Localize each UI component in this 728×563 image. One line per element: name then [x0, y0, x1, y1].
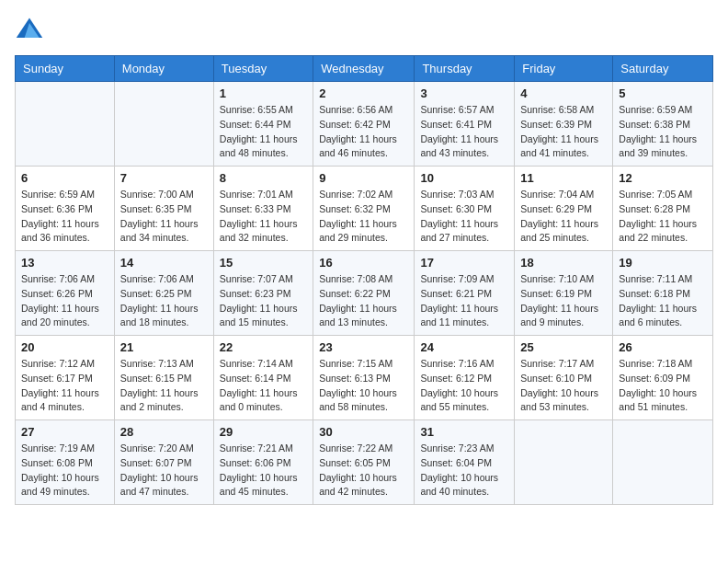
calendar-cell — [515, 420, 613, 505]
day-number: 30 — [319, 425, 408, 439]
calendar-week-row: 1Sunrise: 6:55 AMSunset: 6:44 PMDaylight… — [16, 82, 713, 167]
calendar-cell: 21Sunrise: 7:13 AMSunset: 6:15 PMDayligh… — [114, 336, 213, 420]
day-info: Sunrise: 7:14 AMSunset: 6:14 PMDaylight:… — [220, 357, 307, 415]
day-info: Sunrise: 7:13 AMSunset: 6:15 PMDaylight:… — [120, 357, 208, 415]
calendar-cell: 5Sunrise: 6:59 AMSunset: 6:38 PMDaylight… — [613, 82, 713, 167]
calendar-cell: 24Sunrise: 7:16 AMSunset: 6:12 PMDayligh… — [415, 336, 515, 420]
day-info: Sunrise: 7:06 AMSunset: 6:25 PMDaylight:… — [120, 272, 208, 330]
weekday-header-thursday: Thursday — [415, 56, 515, 82]
calendar-cell: 20Sunrise: 7:12 AMSunset: 6:17 PMDayligh… — [16, 336, 115, 420]
day-number: 10 — [420, 171, 508, 185]
calendar-cell: 1Sunrise: 6:55 AMSunset: 6:44 PMDaylight… — [213, 82, 313, 167]
calendar-cell: 23Sunrise: 7:15 AMSunset: 6:13 PMDayligh… — [313, 336, 415, 420]
calendar-cell: 15Sunrise: 7:07 AMSunset: 6:23 PMDayligh… — [213, 251, 313, 336]
calendar-cell: 17Sunrise: 7:09 AMSunset: 6:21 PMDayligh… — [415, 251, 515, 336]
day-info: Sunrise: 7:05 AMSunset: 6:28 PMDaylight:… — [619, 188, 707, 246]
day-info: Sunrise: 7:16 AMSunset: 6:12 PMDaylight:… — [420, 357, 508, 415]
day-info: Sunrise: 7:18 AMSunset: 6:09 PMDaylight:… — [619, 357, 707, 415]
day-number: 29 — [220, 425, 307, 439]
day-info: Sunrise: 7:00 AMSunset: 6:35 PMDaylight:… — [120, 188, 208, 246]
day-info: Sunrise: 7:17 AMSunset: 6:10 PMDaylight:… — [520, 357, 607, 415]
day-info: Sunrise: 7:22 AMSunset: 6:05 PMDaylight:… — [319, 442, 408, 500]
calendar-cell — [613, 420, 713, 505]
calendar-cell: 28Sunrise: 7:20 AMSunset: 6:07 PMDayligh… — [114, 420, 213, 505]
day-number: 23 — [319, 340, 408, 354]
day-info: Sunrise: 7:01 AMSunset: 6:33 PMDaylight:… — [220, 188, 307, 246]
day-number: 8 — [220, 171, 307, 185]
calendar-cell: 22Sunrise: 7:14 AMSunset: 6:14 PMDayligh… — [213, 336, 313, 420]
calendar-cell: 3Sunrise: 6:57 AMSunset: 6:41 PMDaylight… — [415, 82, 515, 167]
calendar-cell: 31Sunrise: 7:23 AMSunset: 6:04 PMDayligh… — [415, 420, 515, 505]
calendar-cell: 12Sunrise: 7:05 AMSunset: 6:28 PMDayligh… — [613, 167, 713, 251]
day-info: Sunrise: 6:57 AMSunset: 6:41 PMDaylight:… — [420, 103, 508, 161]
day-info: Sunrise: 7:09 AMSunset: 6:21 PMDaylight:… — [420, 272, 508, 330]
day-number: 11 — [520, 171, 607, 185]
logo-icon — [15, 15, 44, 44]
day-info: Sunrise: 7:06 AMSunset: 6:26 PMDaylight:… — [21, 272, 108, 330]
calendar-cell: 6Sunrise: 6:59 AMSunset: 6:36 PMDaylight… — [16, 167, 115, 251]
weekday-header-monday: Monday — [114, 56, 213, 82]
day-info: Sunrise: 7:12 AMSunset: 6:17 PMDaylight:… — [21, 357, 108, 415]
day-info: Sunrise: 6:56 AMSunset: 6:42 PMDaylight:… — [319, 103, 408, 161]
calendar-cell: 29Sunrise: 7:21 AMSunset: 6:06 PMDayligh… — [213, 420, 313, 505]
day-info: Sunrise: 7:19 AMSunset: 6:08 PMDaylight:… — [21, 442, 108, 500]
day-number: 15 — [220, 256, 307, 270]
calendar-cell: 25Sunrise: 7:17 AMSunset: 6:10 PMDayligh… — [515, 336, 613, 420]
calendar-week-row: 13Sunrise: 7:06 AMSunset: 6:26 PMDayligh… — [16, 251, 713, 336]
day-info: Sunrise: 7:07 AMSunset: 6:23 PMDaylight:… — [220, 272, 307, 330]
day-info: Sunrise: 7:23 AMSunset: 6:04 PMDaylight:… — [420, 442, 508, 500]
day-number: 12 — [619, 171, 707, 185]
weekday-header-saturday: Saturday — [613, 56, 713, 82]
weekday-header-wednesday: Wednesday — [313, 56, 415, 82]
day-number: 1 — [220, 86, 307, 100]
page-header — [15, 15, 713, 44]
calendar-cell: 4Sunrise: 6:58 AMSunset: 6:39 PMDaylight… — [515, 82, 613, 167]
day-info: Sunrise: 6:58 AMSunset: 6:39 PMDaylight:… — [520, 103, 607, 161]
day-number: 21 — [120, 340, 208, 354]
calendar-cell: 10Sunrise: 7:03 AMSunset: 6:30 PMDayligh… — [415, 167, 515, 251]
day-number: 22 — [220, 340, 307, 354]
day-number: 16 — [319, 256, 408, 270]
calendar-cell: 30Sunrise: 7:22 AMSunset: 6:05 PMDayligh… — [313, 420, 415, 505]
day-number: 2 — [319, 86, 408, 100]
calendar-cell: 26Sunrise: 7:18 AMSunset: 6:09 PMDayligh… — [613, 336, 713, 420]
day-info: Sunrise: 7:15 AMSunset: 6:13 PMDaylight:… — [319, 357, 408, 415]
day-number: 25 — [520, 340, 607, 354]
day-info: Sunrise: 6:55 AMSunset: 6:44 PMDaylight:… — [220, 103, 307, 161]
day-number: 26 — [619, 340, 707, 354]
weekday-header-tuesday: Tuesday — [213, 56, 313, 82]
day-info: Sunrise: 7:02 AMSunset: 6:32 PMDaylight:… — [319, 188, 408, 246]
day-number: 9 — [319, 171, 408, 185]
day-number: 5 — [619, 86, 707, 100]
day-number: 24 — [420, 340, 508, 354]
calendar-week-row: 27Sunrise: 7:19 AMSunset: 6:08 PMDayligh… — [16, 420, 713, 505]
day-number: 13 — [21, 256, 108, 270]
logo — [15, 15, 48, 44]
day-info: Sunrise: 7:20 AMSunset: 6:07 PMDaylight:… — [120, 442, 208, 500]
day-info: Sunrise: 7:21 AMSunset: 6:06 PMDaylight:… — [220, 442, 307, 500]
day-number: 3 — [420, 86, 508, 100]
day-number: 4 — [520, 86, 607, 100]
calendar-cell: 14Sunrise: 7:06 AMSunset: 6:25 PMDayligh… — [114, 251, 213, 336]
day-info: Sunrise: 6:59 AMSunset: 6:36 PMDaylight:… — [21, 188, 108, 246]
day-number: 7 — [120, 171, 208, 185]
weekday-header-friday: Friday — [515, 56, 613, 82]
day-info: Sunrise: 7:11 AMSunset: 6:18 PMDaylight:… — [619, 272, 707, 330]
day-number: 31 — [420, 425, 508, 439]
day-number: 18 — [520, 256, 607, 270]
calendar-cell: 7Sunrise: 7:00 AMSunset: 6:35 PMDaylight… — [114, 167, 213, 251]
calendar-week-row: 20Sunrise: 7:12 AMSunset: 6:17 PMDayligh… — [16, 336, 713, 420]
day-number: 19 — [619, 256, 707, 270]
calendar-cell: 19Sunrise: 7:11 AMSunset: 6:18 PMDayligh… — [613, 251, 713, 336]
day-number: 27 — [21, 425, 108, 439]
calendar-cell: 11Sunrise: 7:04 AMSunset: 6:29 PMDayligh… — [515, 167, 613, 251]
calendar-table: SundayMondayTuesdayWednesdayThursdayFrid… — [15, 55, 713, 505]
calendar-cell — [16, 82, 115, 167]
day-number: 20 — [21, 340, 108, 354]
day-info: Sunrise: 6:59 AMSunset: 6:38 PMDaylight:… — [619, 103, 707, 161]
calendar-cell: 27Sunrise: 7:19 AMSunset: 6:08 PMDayligh… — [16, 420, 115, 505]
calendar-cell — [114, 82, 213, 167]
day-number: 28 — [120, 425, 208, 439]
day-number: 17 — [420, 256, 508, 270]
calendar-cell: 13Sunrise: 7:06 AMSunset: 6:26 PMDayligh… — [16, 251, 115, 336]
